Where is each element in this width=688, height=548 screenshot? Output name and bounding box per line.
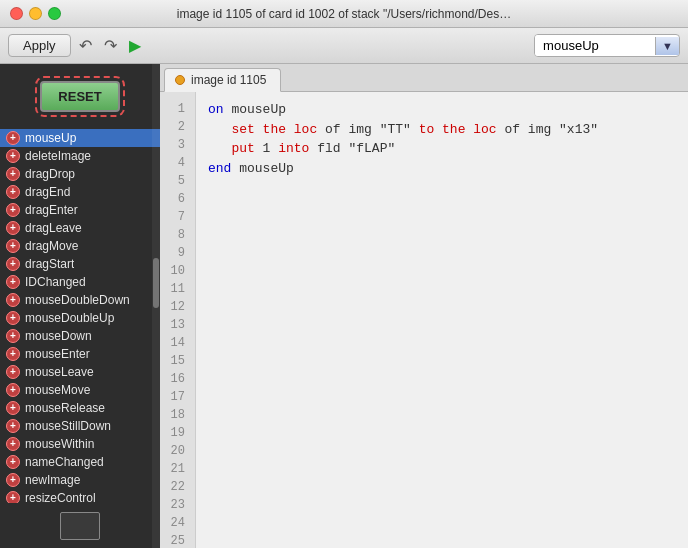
- handler-label: resizeControl: [25, 491, 96, 503]
- line-number: 10: [164, 262, 191, 280]
- line-number: 20: [164, 442, 191, 460]
- code-line: [208, 354, 676, 374]
- handler-icon: [6, 347, 20, 361]
- handler-item[interactable]: mouseDoubleDown: [0, 291, 160, 309]
- handler-label: mouseRelease: [25, 401, 105, 415]
- close-button[interactable]: [10, 7, 23, 20]
- apply-button[interactable]: Apply: [8, 34, 71, 57]
- handler-item[interactable]: mouseMove: [0, 381, 160, 399]
- small-rectangle: [60, 512, 100, 540]
- code-line: [208, 490, 676, 510]
- handler-item[interactable]: mouseEnter: [0, 345, 160, 363]
- handler-item[interactable]: mouseDown: [0, 327, 160, 345]
- handler-icon: [6, 491, 20, 503]
- handler-icon: [6, 275, 20, 289]
- code-line: put 1 into fld "fLAP": [208, 139, 676, 159]
- window-controls: [10, 7, 61, 20]
- handler-label: dragLeave: [25, 221, 82, 235]
- handler-item[interactable]: dragEnter: [0, 201, 160, 219]
- line-number: 14: [164, 334, 191, 352]
- line-number: 25: [164, 532, 191, 548]
- maximize-button[interactable]: [48, 7, 61, 20]
- tab-label: image id 1105: [191, 73, 266, 87]
- handler-item[interactable]: dragMove: [0, 237, 160, 255]
- handler-label: mouseDown: [25, 329, 92, 343]
- handler-list[interactable]: deleteImagedragDropdragEnddragEnterdragL…: [0, 147, 160, 503]
- line-number: 2: [164, 118, 191, 136]
- handler-item[interactable]: dragStart: [0, 255, 160, 273]
- handler-select-input[interactable]: mouseUp mouseDown mouseEnter: [535, 35, 655, 56]
- line-number: 13: [164, 316, 191, 334]
- handler-label: dragMove: [25, 239, 78, 253]
- line-number: 22: [164, 478, 191, 496]
- window-title: image id 1105 of card id 1002 of stack "…: [177, 7, 511, 21]
- handler-icon: [6, 455, 20, 469]
- handler-item[interactable]: mouseStillDown: [0, 417, 160, 435]
- code-line: [208, 393, 676, 413]
- code-line: [208, 295, 676, 315]
- line-number: 17: [164, 388, 191, 406]
- handler-item[interactable]: nameChanged: [0, 453, 160, 471]
- minimize-button[interactable]: [29, 7, 42, 20]
- code-line: [208, 198, 676, 218]
- line-number: 4: [164, 154, 191, 172]
- line-number: 6: [164, 190, 191, 208]
- handler-label: newImage: [25, 473, 80, 487]
- handler-icon: [6, 383, 20, 397]
- reset-button[interactable]: RESET: [40, 81, 119, 112]
- line-number: 7: [164, 208, 191, 226]
- handler-icon: [6, 365, 20, 379]
- handler-icon: [6, 329, 20, 343]
- code-line: [208, 373, 676, 393]
- handler-item[interactable]: mouseRelease: [0, 399, 160, 417]
- sidebar-bottom: [0, 503, 160, 548]
- line-number: 18: [164, 406, 191, 424]
- line-number: 3: [164, 136, 191, 154]
- handler-icon: [6, 401, 20, 415]
- handler-label: IDChanged: [25, 275, 86, 289]
- handler-item[interactable]: dragEnd: [0, 183, 160, 201]
- handler-item[interactable]: IDChanged: [0, 273, 160, 291]
- handler-label: mouseMove: [25, 383, 90, 397]
- handler-item[interactable]: mouseDoubleUp: [0, 309, 160, 327]
- redo-button[interactable]: ↷: [100, 34, 121, 57]
- code-line: [208, 237, 676, 257]
- handler-label-mouseup: mouseUp: [25, 131, 76, 145]
- handler-item[interactable]: dragDrop: [0, 165, 160, 183]
- handler-label: dragStart: [25, 257, 74, 271]
- code-line: [208, 276, 676, 296]
- line-number: 16: [164, 370, 191, 388]
- line-number: 9: [164, 244, 191, 262]
- code-area: 1234567891011121314151617181920212223242…: [160, 92, 688, 548]
- handler-item[interactable]: mouseLeave: [0, 363, 160, 381]
- sidebar-scrollbar[interactable]: [152, 64, 160, 548]
- code-line: [208, 412, 676, 432]
- handler-icon: [6, 311, 20, 325]
- handler-item-mouseup-selected[interactable]: mouseUp: [0, 129, 160, 147]
- line-numbers: 1234567891011121314151617181920212223242…: [160, 92, 196, 548]
- handler-item[interactable]: resizeControl: [0, 489, 160, 503]
- code-line: [208, 451, 676, 471]
- code-line: [208, 432, 676, 452]
- handler-selector[interactable]: mouseUp mouseDown mouseEnter ▼: [534, 34, 680, 57]
- handler-icon: [6, 185, 20, 199]
- tab-image-id[interactable]: image id 1105: [164, 68, 281, 92]
- handler-item[interactable]: mouseWithin: [0, 435, 160, 453]
- line-number: 19: [164, 424, 191, 442]
- handler-item[interactable]: deleteImage: [0, 147, 160, 165]
- code-line: [208, 334, 676, 354]
- handler-label: deleteImage: [25, 149, 91, 163]
- handler-label: mouseLeave: [25, 365, 94, 379]
- line-number: 11: [164, 280, 191, 298]
- handler-item[interactable]: newImage: [0, 471, 160, 489]
- select-arrow-icon: ▼: [655, 37, 679, 55]
- handler-icon: [6, 257, 20, 271]
- run-button[interactable]: ▶: [125, 34, 145, 57]
- handler-item[interactable]: dragLeave: [0, 219, 160, 237]
- handler-icon: [6, 203, 20, 217]
- code-line: set the loc of img "TT" to the loc of im…: [208, 120, 676, 140]
- right-panel: image id 1105 12345678910111213141516171…: [160, 64, 688, 548]
- code-line: [208, 315, 676, 335]
- undo-button[interactable]: ↶: [75, 34, 96, 57]
- code-editor[interactable]: on mouseUp set the loc of img "TT" to th…: [196, 92, 688, 548]
